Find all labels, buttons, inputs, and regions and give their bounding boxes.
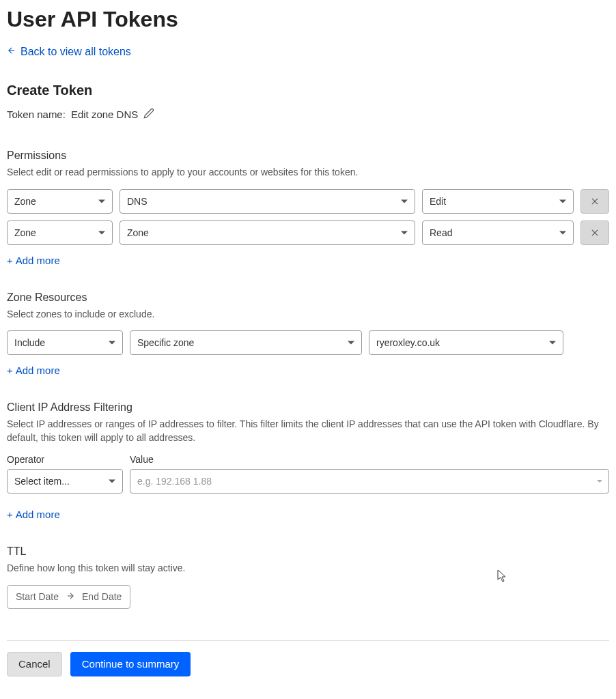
- arrow-left-icon: [7, 46, 16, 58]
- chevron-down-icon: [401, 199, 408, 203]
- permission-resource-value: Zone: [127, 227, 149, 238]
- permission-action-select[interactable]: Read: [422, 220, 574, 245]
- ip-filtering-section: Client IP Address Filtering Select IP ad…: [7, 401, 609, 521]
- ttl-date-range-picker[interactable]: Start Date End Date: [7, 585, 130, 609]
- permission-resource-select[interactable]: Zone: [120, 220, 415, 245]
- zone-name-select[interactable]: ryeroxley.co.uk: [369, 330, 563, 355]
- chevron-down-icon: [549, 341, 556, 345]
- permission-scope-value: Zone: [14, 227, 36, 238]
- value-label: Value: [130, 454, 609, 465]
- add-permission-label: Add more: [16, 255, 60, 266]
- permission-action-value: Read: [430, 227, 452, 238]
- page-title: User API Tokens: [7, 7, 609, 32]
- plus-icon: +: [7, 509, 13, 520]
- permissions-section: Permissions Select edit or read permissi…: [7, 149, 609, 267]
- back-link[interactable]: Back to view all tokens: [7, 46, 131, 58]
- close-icon: [590, 228, 600, 238]
- close-icon: [590, 197, 600, 206]
- create-token-heading: Create Token: [7, 83, 609, 98]
- plus-icon: +: [7, 255, 13, 266]
- arrow-right-icon: [66, 591, 75, 603]
- ttl-end-date: End Date: [82, 591, 122, 602]
- edit-token-name-button[interactable]: [143, 108, 154, 121]
- ttl-start-date: Start Date: [16, 591, 59, 602]
- permission-action-value: Edit: [430, 196, 446, 207]
- chevron-down-icon: [109, 341, 115, 345]
- add-zone-resource-label: Add more: [16, 365, 60, 376]
- permission-action-select[interactable]: Edit: [422, 189, 574, 214]
- permission-scope-value: Zone: [14, 196, 36, 207]
- permission-row: Zone Zone Read: [7, 220, 609, 245]
- chevron-down-icon: [348, 341, 354, 345]
- remove-permission-button[interactable]: [580, 189, 609, 214]
- zone-resource-row: Include Specific zone ryeroxley.co.uk: [7, 330, 609, 355]
- plus-icon: +: [7, 365, 13, 376]
- zone-mode-value: Include: [14, 337, 45, 348]
- ip-operator-select[interactable]: Select item...: [7, 469, 123, 494]
- chevron-down-icon: [98, 199, 105, 203]
- ttl-section: TTL Define how long this token will stay…: [7, 545, 609, 609]
- ttl-title: TTL: [7, 545, 609, 558]
- chevron-down-icon: [559, 199, 566, 203]
- zone-mode-select[interactable]: Include: [7, 330, 123, 355]
- remove-permission-button[interactable]: [580, 220, 609, 245]
- back-link-label: Back to view all tokens: [20, 46, 131, 58]
- permissions-desc: Select edit or read permissions to apply…: [7, 166, 609, 180]
- add-ip-filter-button[interactable]: + Add more: [7, 509, 60, 520]
- zone-resources-section: Zone Resources Select zones to include o…: [7, 291, 609, 377]
- permission-resource-select[interactable]: DNS: [120, 189, 415, 214]
- zone-specifier-select[interactable]: Specific zone: [130, 330, 362, 355]
- operator-label: Operator: [7, 454, 123, 465]
- permission-resource-value: DNS: [127, 196, 148, 207]
- continue-button[interactable]: Continue to summary: [70, 652, 191, 676]
- token-name-value: Edit zone DNS: [71, 109, 138, 120]
- zone-specifier-value: Specific zone: [137, 337, 194, 348]
- token-name-label: Token name:: [7, 109, 66, 120]
- permissions-title: Permissions: [7, 149, 609, 162]
- chevron-down-icon: [98, 231, 105, 234]
- chevron-down-icon: [597, 480, 602, 483]
- zone-resources-desc: Select zones to include or exclude.: [7, 308, 609, 322]
- add-zone-resource-button[interactable]: + Add more: [7, 365, 60, 376]
- divider: [7, 640, 609, 641]
- ip-value-input[interactable]: [130, 469, 609, 494]
- ip-filtering-title: Client IP Address Filtering: [7, 401, 609, 414]
- pencil-icon: [143, 108, 154, 119]
- add-permission-button[interactable]: + Add more: [7, 255, 60, 266]
- chevron-down-icon: [559, 231, 566, 234]
- permission-scope-select[interactable]: Zone: [7, 220, 113, 245]
- ip-filtering-desc: Select IP addresses or ranges of IP addr…: [7, 418, 609, 444]
- cancel-button[interactable]: Cancel: [7, 652, 62, 676]
- footer-buttons: Cancel Continue to summary: [7, 652, 609, 676]
- permission-row: Zone DNS Edit: [7, 189, 609, 214]
- zone-name-value: ryeroxley.co.uk: [376, 337, 440, 348]
- ttl-desc: Define how long this token will stay act…: [7, 562, 609, 575]
- chevron-down-icon: [401, 231, 408, 234]
- zone-resources-title: Zone Resources: [7, 291, 609, 304]
- permission-scope-select[interactable]: Zone: [7, 189, 113, 214]
- ip-operator-value: Select item...: [14, 476, 70, 487]
- add-ip-filter-label: Add more: [16, 509, 60, 520]
- chevron-down-icon: [109, 480, 115, 483]
